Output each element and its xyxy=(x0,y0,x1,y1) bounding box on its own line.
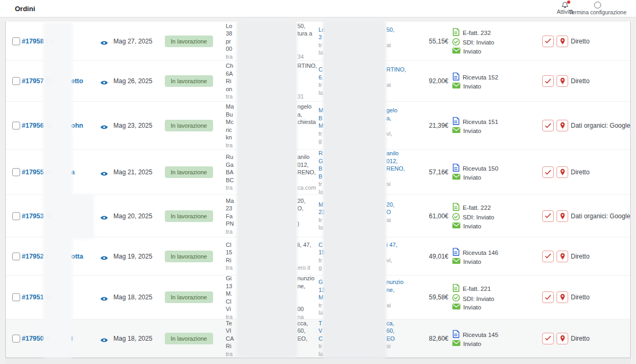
order-actions xyxy=(542,35,568,47)
document-icon xyxy=(452,164,460,173)
row-checkbox[interactable] xyxy=(12,77,20,85)
row-checkbox[interactable] xyxy=(12,212,20,220)
row-checkbox[interactable] xyxy=(12,168,20,176)
complete-order-button[interactable] xyxy=(542,35,554,47)
map-pin-button[interactable] xyxy=(556,166,568,178)
invoice-doc-label: E-fatt. 232 xyxy=(463,29,491,35)
row-checkbox[interactable] xyxy=(12,122,20,130)
complete-order-button[interactable] xyxy=(542,210,554,222)
circle-progress-icon xyxy=(594,2,601,8)
order-name-fragment: otta xyxy=(71,253,83,260)
document-icon xyxy=(452,202,460,212)
order-date: Mag 21, 2025 xyxy=(113,168,152,176)
email-status-label: Inviato xyxy=(463,48,481,54)
order-actions xyxy=(542,333,568,344)
order-name-fragment: i xyxy=(71,335,73,342)
envelope-icon xyxy=(452,304,461,311)
preview-eye-icon[interactable] xyxy=(100,78,108,84)
order-actions xyxy=(542,166,568,178)
document-icon xyxy=(452,247,460,257)
status-badge: In lavorazione xyxy=(165,75,213,87)
order-date: Mag 23, 2025 xyxy=(113,122,152,129)
row-checkbox[interactable] xyxy=(12,37,20,45)
preview-eye-icon[interactable] xyxy=(100,213,108,219)
redaction-blur-names-wide xyxy=(69,196,93,238)
sdi-status-label: SDI: Inviato xyxy=(463,295,494,301)
invoice-info: Ricevuta 145 Inviato xyxy=(452,329,498,348)
complete-order-button[interactable] xyxy=(542,333,554,344)
invoice-doc-label: Ricevuta 145 xyxy=(463,331,498,338)
email-status-label: Inviato xyxy=(463,128,481,134)
order-origin: Diretto xyxy=(571,38,589,45)
table-row: #17951 Gi Mag 18, 2025 In lavorazione Gi… xyxy=(6,276,630,319)
row-checkbox[interactable] xyxy=(12,252,20,260)
complete-order-button[interactable] xyxy=(542,251,554,262)
invoice-info: Ricevuta 152 Inviato xyxy=(452,72,498,91)
order-actions xyxy=(542,251,568,262)
invoice-doc-label: Ricevuta 151 xyxy=(463,119,498,125)
preview-eye-icon[interactable] xyxy=(100,335,108,341)
preview-eye-icon[interactable] xyxy=(100,295,108,300)
order-actions xyxy=(542,75,568,87)
map-pin-button[interactable] xyxy=(556,120,568,131)
preview-eye-icon[interactable] xyxy=(100,123,108,129)
map-pin-button[interactable] xyxy=(556,251,568,262)
email-status-label: Inviato xyxy=(463,174,481,181)
preview-eye-icon[interactable] xyxy=(100,38,108,44)
table-footer-strip xyxy=(5,358,631,364)
order-origin: Diretto xyxy=(571,335,589,342)
check-circle-icon xyxy=(452,212,460,221)
status-badge: In lavorazione xyxy=(165,251,213,262)
complete-order-button[interactable] xyxy=(542,120,554,131)
invoice-info: Ricevuta 151 Inviato xyxy=(452,117,498,135)
order-name-fragment: a xyxy=(71,168,75,176)
invoice-doc-label: Ricevuta 150 xyxy=(463,165,498,172)
complete-order-button[interactable] xyxy=(542,291,554,303)
invoice-info: E-fatt. 221 SDI: Inviato Inviato xyxy=(452,283,494,312)
order-origin: Dati organici: Google xyxy=(571,122,630,129)
map-pin-button[interactable] xyxy=(556,210,568,222)
order-origin: Diretto xyxy=(571,253,589,260)
invoice-doc-label: Ricevuta 146 xyxy=(463,249,498,255)
map-pin-button[interactable] xyxy=(556,333,568,344)
envelope-icon xyxy=(452,174,461,181)
preview-eye-icon[interactable] xyxy=(100,253,108,259)
order-date: Mag 27, 2025 xyxy=(113,38,152,45)
order-origin: Diretto xyxy=(571,77,589,85)
status-badge: In lavorazione xyxy=(165,291,213,303)
status-badge: In lavorazione xyxy=(165,210,213,222)
table-row: #17952 C otta Mag 19, 2025 In lavorazion… xyxy=(6,237,630,276)
invoice-info: Ricevuta 150 Inviato xyxy=(452,163,498,182)
map-pin-button[interactable] xyxy=(556,75,568,87)
envelope-icon xyxy=(452,222,461,229)
finish-setup-label: Termina configurazione xyxy=(569,9,626,15)
order-date: Mag 20, 2025 xyxy=(113,212,152,220)
complete-order-button[interactable] xyxy=(542,166,554,178)
orders-table: #17958 Lo Mag 27, 2025 In lavorazione Lo… xyxy=(5,22,631,358)
sdi-status-label: SDI: Inviato xyxy=(463,214,494,220)
map-pin-button[interactable] xyxy=(556,35,568,47)
order-origin: Diretto xyxy=(571,294,589,301)
orders-admin-page: Ordini Attività Termina configurazione #… xyxy=(0,0,636,364)
table-row: #17950 A i Mag 18, 2025 In lavorazione T… xyxy=(6,319,630,358)
invoice-info: Ricevuta 146 Inviato xyxy=(452,247,498,265)
row-checkbox[interactable] xyxy=(12,334,20,342)
check-circle-icon xyxy=(452,38,460,47)
finish-setup-button[interactable]: Termina configurazione xyxy=(569,1,626,15)
email-status-label: Inviato xyxy=(463,340,481,347)
order-actions xyxy=(542,120,568,131)
complete-order-button[interactable] xyxy=(542,75,554,87)
check-circle-icon xyxy=(452,294,460,303)
row-checkbox[interactable] xyxy=(12,294,20,301)
table-row: #17956 M ohn Mag 23, 2025 In lavorazione… xyxy=(6,102,630,150)
invoice-doc-label: Ricevuta 152 xyxy=(463,74,498,81)
map-pin-button[interactable] xyxy=(556,291,568,303)
sdi-status-label: SDI: Inviato xyxy=(463,39,494,46)
document-icon xyxy=(452,330,460,339)
redaction-blur-shipping xyxy=(324,22,385,357)
preview-eye-icon[interactable] xyxy=(100,170,108,175)
order-date: Mag 18, 2025 xyxy=(113,335,152,342)
order-date: Mag 18, 2025 xyxy=(113,294,152,301)
order-actions xyxy=(542,210,568,222)
status-badge: In lavorazione xyxy=(165,35,213,47)
